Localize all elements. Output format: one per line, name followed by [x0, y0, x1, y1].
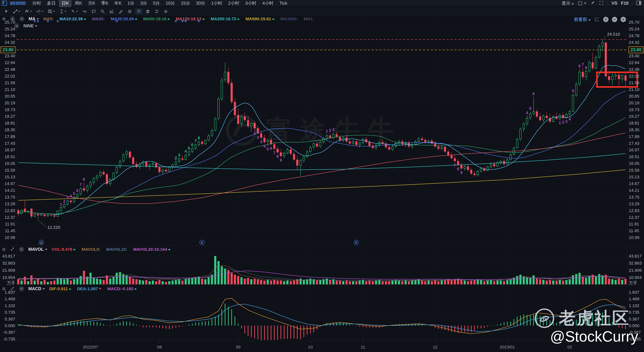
gear-icon[interactable]: ⚙: [2, 286, 6, 291]
sync-icon[interactable]: [153, 8, 160, 14]
price-axis-tick: 15.13: [1, 175, 15, 179]
tab-1hour[interactable]: 1小时: [209, 0, 225, 7]
polyline-tool-icon[interactable]: [24, 8, 33, 14]
kline-box-tool-icon[interactable]: [46, 8, 56, 14]
vs-button[interactable]: VS: [612, 1, 617, 6]
volume-axis-tick: 21.909: [1, 268, 15, 273]
measure-tool-icon[interactable]: [58, 8, 68, 14]
price-axis-tick: 18.81: [1, 121, 15, 125]
brush-button[interactable]: [590, 0, 595, 6]
magnet-icon[interactable]: [135, 8, 142, 14]
tab-monthly-k[interactable]: 月K: [86, 0, 98, 7]
gear-icon[interactable]: ⚙: [2, 247, 6, 252]
tab-30min[interactable]: 30分: [194, 0, 208, 7]
price-axis-tick: 14.21: [629, 188, 644, 193]
indicator-value: VOL:8.478: [52, 247, 76, 252]
tab-15min[interactable]: 15分: [178, 0, 192, 7]
pencil-icon[interactable]: [117, 8, 124, 14]
wave-tool-icon[interactable]: 3: [35, 8, 44, 14]
price-axis-tick: 22.48: [1, 67, 15, 72]
tab-5min[interactable]: 5分: [150, 0, 162, 7]
close-icon[interactable]: ✕: [19, 247, 24, 252]
up-arrow-icon: [73, 249, 76, 250]
text-tool-icon[interactable]: Aa: [81, 8, 88, 14]
collapse-icon[interactable]: ▲: [10, 16, 15, 21]
right-panel-toggle-icon[interactable]: [636, 0, 642, 6]
display-menu[interactable]: 显示: [562, 0, 574, 6]
target-icon[interactable]: [126, 8, 133, 14]
gear-icon[interactable]: ⚙: [162, 8, 169, 14]
tab-1min[interactable]: 1分: [125, 0, 137, 7]
price-axis-tick: 25.24: [1, 27, 15, 31]
trash-icon[interactable]: [144, 8, 151, 14]
list-button[interactable]: ≡: [603, 17, 608, 22]
indicator-value: MA30:20.89: [111, 16, 137, 21]
tab-4hour[interactable]: 4小时: [260, 0, 276, 7]
price-axis-tick: 21.56: [629, 80, 644, 85]
axis-settings-icon[interactable]: XY: [594, 16, 600, 22]
magnifier-icon[interactable]: [99, 8, 106, 14]
macd-axis-tick: -0.735: [1, 337, 15, 342]
cursor-icon[interactable]: [3, 8, 10, 14]
x-axis-label: 09: [236, 345, 240, 350]
price-axis-tick: 15.59: [1, 168, 15, 173]
tab-quarterly-k[interactable]: 季K: [99, 0, 111, 7]
tab-2hour[interactable]: 2小时: [226, 0, 242, 7]
up-arrow-icon: [272, 18, 274, 20]
indicator-value: MA500:15.61: [246, 16, 274, 21]
price-axis-tick: 13.75: [629, 195, 644, 200]
divider: [632, 1, 632, 5]
tab-3hour[interactable]: 3小时: [243, 0, 259, 7]
macd-values: DIF:0.911DEA:1.007MACD:-0.192: [49, 286, 137, 291]
indicator-name[interactable]: MAVOL: [28, 247, 48, 252]
macd-axis-tick: 1.102: [629, 303, 644, 308]
tab-3min[interactable]: 3分: [138, 0, 150, 7]
price-axis-tick: 13.75: [1, 195, 15, 200]
layout-menu[interactable]: [578, 1, 586, 6]
f10-button[interactable]: F10: [621, 1, 628, 6]
sidebar-toggle-icon[interactable]: [2, 1, 7, 6]
indicator-value: MA200:16.72: [211, 16, 240, 21]
zoom-in-button[interactable]: +: [620, 17, 626, 22]
comment-bubble-icon[interactable]: [90, 8, 97, 14]
price-axis-tick: 13.29: [1, 202, 15, 206]
x-axis-tick: [507, 341, 508, 343]
price-axis-tick: 25.24: [629, 27, 644, 31]
indicator-name[interactable]: MACD: [28, 286, 45, 291]
expand-icon[interactable]: [10, 247, 15, 252]
tab-multiday[interactable]: 多日: [44, 0, 58, 7]
tab-10min[interactable]: 10分: [163, 0, 177, 7]
indicator-value: MA1000:: [280, 16, 298, 21]
up-arrow-icon: [84, 18, 86, 20]
chart-annotate-icon[interactable]: [108, 8, 115, 14]
close-icon[interactable]: ✕: [19, 16, 24, 21]
macd-axis-tick: 0.000: [629, 323, 644, 328]
tab-yearly-k[interactable]: 年K: [112, 0, 124, 7]
adjust-mode-menu[interactable]: 前复权: [574, 16, 591, 22]
indicator-name[interactable]: NINE: [24, 23, 38, 28]
expand-icon[interactable]: [10, 286, 15, 292]
indicator-value: MAVOL20:10.164: [133, 247, 170, 252]
price-axis-tick: 17.43: [1, 141, 15, 146]
chart-canvas[interactable]: [0, 0, 644, 352]
zoom-out-button[interactable]: −: [612, 17, 617, 22]
tab-daily-k[interactable]: 日K: [59, 0, 71, 7]
price-axis-tick: 14.67: [629, 181, 644, 186]
stock-code[interactable]: 603050: [10, 0, 26, 6]
arrow-tool-icon[interactable]: [70, 8, 79, 14]
gear-icon[interactable]: ⚙: [2, 16, 6, 21]
chevron-down-icon: [53, 11, 55, 12]
tab-weekly-k[interactable]: 周K: [72, 0, 84, 7]
close-icon[interactable]: ✕: [14, 23, 19, 28]
fullscreen-button[interactable]: [599, 0, 604, 6]
x-axis-label: 12: [433, 345, 437, 350]
indicator-name[interactable]: MA: [28, 16, 39, 21]
tab-tick[interactable]: Tick: [277, 0, 290, 6]
volume-axis-tick: 32.863: [1, 261, 15, 266]
price-axis-tick: 11.91: [629, 222, 644, 226]
tab-timeline[interactable]: 分时: [30, 0, 44, 7]
segment-tool-icon[interactable]: [12, 8, 22, 14]
x-axis-label: 11: [361, 345, 365, 350]
chart-window: 603050 分时 多日 日K 周K 月K 季K 年K 1分 3分 5分 10分…: [0, 0, 644, 352]
close-icon[interactable]: ✕: [19, 286, 24, 291]
